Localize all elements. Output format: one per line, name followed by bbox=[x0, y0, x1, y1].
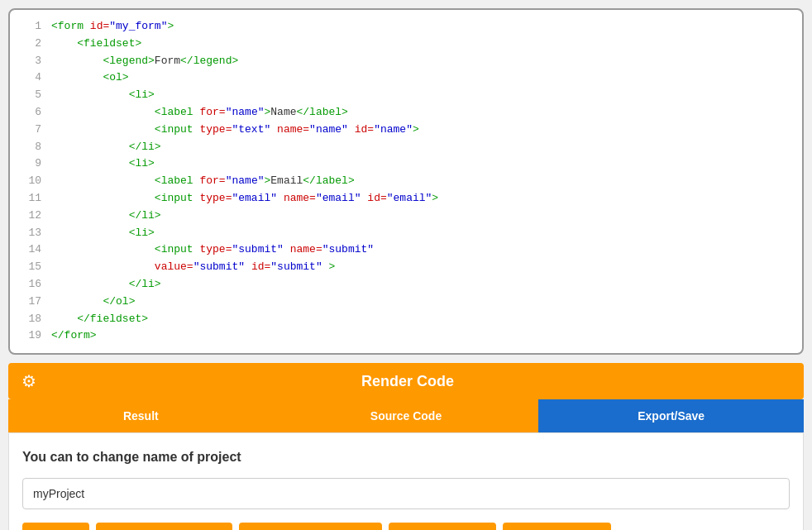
line-number: 19 bbox=[18, 327, 41, 345]
code-line: 3 <legend>Form</legend> bbox=[10, 53, 802, 70]
code-line: 4 <ol> bbox=[10, 69, 802, 87]
line-content: <label for="name">Name</label> bbox=[51, 104, 348, 122]
code-line: 15 value="submit" id="submit" > bbox=[10, 259, 802, 276]
export-panel: You can to change name of project ✔ SAVE… bbox=[8, 432, 804, 530]
code-line: 19</form> bbox=[10, 327, 802, 345]
line-number: 16 bbox=[18, 276, 41, 294]
render-bar-title: Render Code bbox=[45, 373, 771, 390]
line-number: 2 bbox=[18, 36, 41, 53]
line-content: </li> bbox=[51, 208, 161, 225]
code-line: 11 <input type="email" name="email" id="… bbox=[10, 190, 802, 208]
code-line: 6 <label for="name">Name</label> bbox=[10, 104, 802, 122]
line-content: </fieldset> bbox=[51, 311, 148, 328]
code-line: 18 </fieldset> bbox=[10, 311, 802, 328]
code-line: 1<form id="my_form"> bbox=[10, 18, 802, 36]
line-number: 11 bbox=[18, 190, 41, 208]
line-number: 14 bbox=[18, 241, 41, 259]
line-number: 8 bbox=[18, 139, 41, 156]
line-number: 17 bbox=[18, 294, 41, 311]
line-number: 10 bbox=[18, 173, 41, 190]
code-line: 5 <li> bbox=[10, 87, 802, 104]
line-number: 9 bbox=[18, 155, 41, 173]
action-buttons: ✔ SAVE ✔ Export Design PDF ✔ Code Source… bbox=[22, 523, 790, 530]
tabs-row: Result Source Code Export/Save bbox=[8, 399, 804, 432]
code-pdf-button[interactable]: ✔ Code Source to PDF bbox=[239, 523, 382, 530]
line-content: <ol> bbox=[51, 69, 129, 87]
line-content: </form> bbox=[51, 327, 97, 345]
line-number: 7 bbox=[18, 122, 41, 139]
project-name-input[interactable] bbox=[22, 478, 790, 509]
code-line: 17 </ol> bbox=[10, 294, 802, 311]
export-pdf-button[interactable]: ✔ Export Design PDF bbox=[96, 523, 232, 530]
line-content: <input type="email" name="email" id="ema… bbox=[51, 190, 438, 208]
code-line: 7 <input type="text" name="name" id="nam… bbox=[10, 122, 802, 139]
line-number: 12 bbox=[18, 208, 41, 225]
gear-icon: ⚙ bbox=[21, 371, 36, 391]
code-line: 14 <input type="submit" name="submit" bbox=[10, 241, 802, 259]
line-content: </ol> bbox=[51, 294, 135, 311]
line-content: <li> bbox=[51, 155, 155, 173]
line-content: <input type="submit" name="submit" bbox=[51, 241, 374, 259]
code-line: 10 <label for="name">Email</label> bbox=[10, 173, 802, 190]
code-line: 12 </li> bbox=[10, 208, 802, 225]
line-content: <fieldset> bbox=[51, 36, 141, 53]
line-number: 13 bbox=[18, 225, 41, 242]
tab-source-code[interactable]: Source Code bbox=[274, 399, 539, 432]
line-content: </li> bbox=[51, 276, 161, 294]
line-number: 18 bbox=[18, 311, 41, 328]
line-content: <form id="my_form"> bbox=[51, 18, 174, 36]
line-number: 5 bbox=[18, 87, 41, 104]
line-content: </li> bbox=[51, 139, 161, 156]
code-line: 8 </li> bbox=[10, 139, 802, 156]
code-editor: 1<form id="my_form">2 <fieldset>3 <legen… bbox=[8, 8, 804, 355]
share-design-button[interactable]: ↻ Share Design bbox=[389, 523, 496, 530]
line-number: 1 bbox=[18, 18, 41, 36]
share-source-button[interactable]: ↻ Share Source bbox=[503, 523, 611, 530]
tab-result[interactable]: Result bbox=[8, 399, 274, 432]
save-button[interactable]: ✔ SAVE bbox=[22, 523, 89, 530]
code-line: 9 <li> bbox=[10, 155, 802, 173]
line-number: 4 bbox=[18, 69, 41, 87]
code-line: 13 <li> bbox=[10, 225, 802, 242]
line-content: <li> bbox=[51, 225, 155, 242]
line-content: <li> bbox=[51, 87, 155, 104]
line-number: 3 bbox=[18, 53, 41, 70]
code-line: 16 </li> bbox=[10, 276, 802, 294]
code-line: 2 <fieldset> bbox=[10, 36, 802, 53]
render-bar: ⚙ Render Code bbox=[8, 363, 804, 399]
line-content: value="submit" id="submit" > bbox=[51, 259, 335, 276]
main-container: 1<form id="my_form">2 <fieldset>3 <legen… bbox=[0, 0, 812, 530]
tab-export-save[interactable]: Export/Save bbox=[538, 399, 804, 432]
line-number: 15 bbox=[18, 259, 41, 276]
line-content: <legend>Form</legend> bbox=[51, 53, 238, 70]
export-heading: You can to change name of project bbox=[22, 450, 790, 465]
line-content: <input type="text" name="name" id="name"… bbox=[51, 122, 419, 139]
line-content: <label for="name">Email</label> bbox=[51, 173, 355, 190]
line-number: 6 bbox=[18, 104, 41, 122]
